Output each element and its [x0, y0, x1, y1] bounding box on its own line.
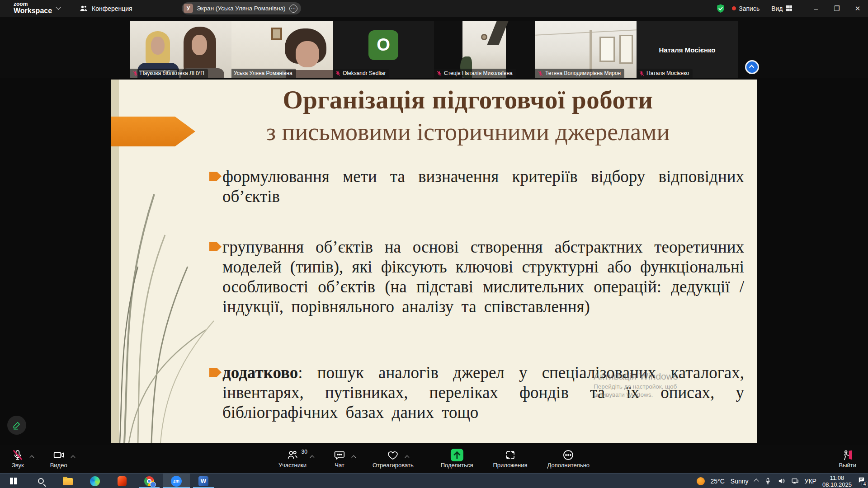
participant-name-badge: Тетяна Володимирівна Мирон — [535, 69, 624, 78]
grass-decoration — [111, 117, 219, 443]
taskbar-word[interactable]: W — [190, 474, 217, 488]
apps-button[interactable]: Приложения — [493, 445, 527, 473]
windows-activation-watermark: Активація Windows Перейдіть до настройок… — [594, 371, 678, 398]
participant-name-badge: Oleksandr Sedliar — [333, 69, 389, 78]
tab-meeting[interactable]: Конференция — [74, 0, 138, 17]
next-participants-button[interactable] — [745, 60, 759, 74]
chat-chevron-icon[interactable] — [352, 453, 355, 461]
react-button[interactable]: Отреагировать — [373, 445, 414, 473]
mic-muted-icon — [538, 70, 543, 76]
slide-title-line2: з письмовими історичними джерелами — [192, 117, 744, 146]
zoom-workspace-logo: zoom Workspace — [14, 1, 52, 14]
participants-chevron-icon[interactable] — [311, 453, 314, 461]
share-screen-label: Поделиться — [441, 462, 473, 469]
chat-icon — [334, 449, 345, 461]
taskbar-file-explorer[interactable] — [54, 474, 81, 488]
word-icon: W — [198, 476, 208, 486]
audio-options-chevron-icon[interactable] — [30, 453, 33, 461]
maximize-button[interactable]: ❐ — [826, 0, 847, 17]
language-indicator[interactable]: УКР — [805, 478, 816, 485]
taskbar-search-button[interactable] — [27, 474, 54, 488]
leave-label: Выйти — [839, 462, 857, 469]
participant-name-badge: Наталя Мосієнко — [637, 69, 693, 78]
weather-temperature[interactable]: 25°C — [711, 478, 725, 485]
taskbar-edge[interactable] — [81, 474, 108, 488]
tray-network-icon[interactable] — [791, 477, 799, 485]
participants-label: Участники — [278, 462, 307, 469]
close-button[interactable]: ✕ — [847, 0, 868, 17]
tray-mic-icon[interactable] — [764, 477, 772, 485]
minimize-button[interactable]: – — [806, 0, 826, 17]
titlebar: zoom Workspace Конференция У Экран (Уськ… — [0, 0, 868, 17]
leave-door-icon — [842, 449, 854, 461]
people-icon — [79, 4, 88, 13]
tab-screen-share[interactable]: У Экран (Уська Уляна Романівна) ⋯ — [182, 2, 301, 14]
clock-date: 08.10.2025 — [822, 481, 852, 488]
start-button[interactable] — [0, 474, 27, 488]
chrome-profile-badge — [150, 482, 156, 488]
edge-icon — [90, 476, 100, 486]
video-tile-active-speaker[interactable]: Уська Уляна Романівна — [231, 21, 333, 78]
participant-name-badge: Наукова бібліотека ЛНУП — [130, 69, 208, 78]
participants-button[interactable]: 30 Участники — [278, 445, 307, 473]
video-strip: Наукова бібліотека ЛНУП Уська Уляна Рома… — [0, 17, 868, 78]
tab-meeting-label: Конференция — [92, 5, 132, 12]
record-dot-icon — [732, 6, 736, 10]
chevron-right-icon — [749, 65, 754, 70]
chat-button[interactable]: Чат — [334, 445, 345, 473]
video-options-chevron-icon[interactable] — [71, 453, 75, 461]
share-screen-button[interactable]: Поделиться — [441, 445, 473, 473]
audio-label: Звук — [12, 462, 24, 469]
screen-share-avatar: У — [184, 4, 193, 13]
notification-center-button[interactable]: 4 — [858, 476, 865, 486]
video-tile[interactable]: Наталя Мосієнко Наталя Мосієнко — [637, 21, 738, 78]
apps-label: Приложения — [493, 462, 527, 469]
more-label: Дополнительно — [547, 462, 590, 469]
video-button[interactable]: Видео — [50, 445, 67, 473]
tray-expand-chevron-icon[interactable] — [754, 479, 759, 483]
participant-name-badge: Стеців Наталія Миколаївна — [434, 69, 516, 78]
taskbar-office[interactable] — [108, 474, 136, 488]
view-button[interactable]: Вид — [771, 5, 792, 12]
search-icon — [38, 478, 44, 484]
taskbar-clock[interactable]: 11:08 08.10.2025 — [822, 474, 852, 488]
workspace-chevron-down-icon[interactable] — [56, 5, 61, 9]
record-label: Запись — [739, 5, 760, 12]
slide-title-line1: Організація підготовчої роботи — [192, 82, 744, 117]
more-button[interactable]: Дополнительно — [547, 445, 590, 473]
video-tile[interactable]: Стеців Наталія Миколаївна — [434, 21, 535, 78]
weather-condition[interactable]: Sunny — [731, 478, 749, 485]
video-tile[interactable]: Наукова бібліотека ЛНУП — [130, 21, 231, 78]
weather-sun-icon[interactable] — [697, 477, 705, 485]
audio-button[interactable]: Звук — [12, 445, 24, 473]
workspace-logo-text: Workspace — [14, 7, 52, 14]
mic-muted-icon — [335, 70, 341, 76]
apps-icon — [504, 449, 516, 461]
react-chevron-icon[interactable] — [406, 453, 409, 461]
clock-time: 11:08 — [822, 474, 852, 481]
taskbar-zoom[interactable]: zm — [163, 474, 190, 488]
meeting-toolbar: Звук Видео 30 Участники — [0, 445, 868, 473]
mic-muted-icon — [436, 70, 442, 76]
participants-icon — [287, 449, 298, 461]
slide-bullet: формулювання мети та визначення критерії… — [222, 167, 744, 206]
annotate-button[interactable] — [7, 416, 26, 435]
zoom-app-icon: zm — [171, 476, 182, 487]
presentation-slide: Організація підготовчої роботи з письмов… — [111, 80, 757, 443]
recording-indicator[interactable]: Запись — [732, 5, 760, 12]
taskbar-chrome[interactable] — [136, 474, 163, 488]
notification-badge: 4 — [861, 481, 868, 488]
screen-share-options-icon[interactable]: ⋯ — [289, 5, 297, 13]
security-shield-icon[interactable] — [716, 4, 726, 14]
windows-logo-icon — [10, 478, 17, 485]
leave-button[interactable]: Выйти — [839, 445, 857, 473]
screen-share-label: Экран (Уська Уляна Романівна) — [197, 5, 286, 12]
tray-volume-icon[interactable] — [778, 477, 785, 485]
more-icon — [562, 449, 574, 461]
heart-icon — [387, 449, 399, 461]
slide-title: Організація підготовчої роботи з письмов… — [192, 82, 744, 146]
video-tile[interactable]: Тетяна Володимирівна Мирон — [535, 21, 637, 78]
share-screen-icon — [451, 449, 463, 461]
participant-center-name: Наталя Мосієнко — [637, 46, 738, 53]
video-tile[interactable]: O Oleksandr Sedliar — [333, 21, 434, 78]
